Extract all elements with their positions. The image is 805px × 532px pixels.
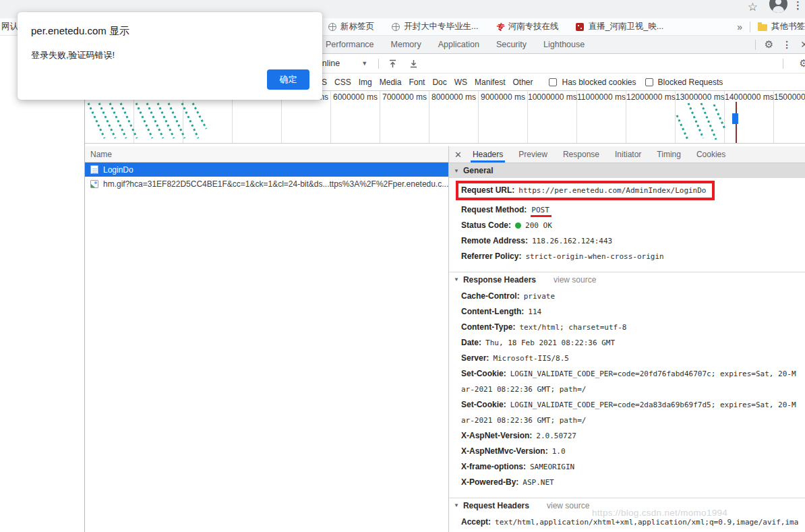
filter-checkbox[interactable]: Blocked Requests bbox=[645, 78, 723, 87]
bookmark-item-partial[interactable]: 网认证 bbox=[1, 21, 20, 32]
header-value: text/html,application/xhtml+xml,applicat… bbox=[461, 518, 798, 532]
details-tab[interactable]: Cookies bbox=[696, 146, 725, 162]
header-key: X-frame-options: bbox=[461, 462, 526, 471]
filter-type[interactable]: Doc bbox=[432, 78, 446, 87]
filter-type[interactable]: Other bbox=[512, 78, 533, 87]
header-key: Content-Type: bbox=[461, 322, 515, 332]
request-table-header[interactable]: Name bbox=[85, 146, 448, 162]
devtools-tab[interactable]: Performance bbox=[326, 40, 374, 49]
header-key: Set-Cookie: bbox=[461, 400, 506, 409]
triangle-down-icon bbox=[454, 168, 459, 174]
triangle-down-icon bbox=[454, 502, 459, 508]
bookmark-favicon bbox=[328, 23, 336, 31]
header-key: Status Code: bbox=[461, 220, 511, 230]
bookmark-item[interactable]: 直播_河南卫视_映... bbox=[576, 21, 663, 32]
header-key: Accept: bbox=[461, 517, 491, 527]
request-row[interactable]: hm.gif?hca=31EF822D5CC4BE1F&cc=1&ck=1&cl… bbox=[85, 177, 448, 191]
settings-gear-icon[interactable] bbox=[765, 38, 773, 51]
timeline-activity-marks bbox=[85, 102, 805, 144]
header-value: Thu, 18 Feb 2021 08:22:36 GMT bbox=[485, 338, 615, 347]
alert-dialog: per.enetedu.com 显示 登录失败,验证码错误! 确定 bbox=[18, 12, 322, 100]
filter-type[interactable]: WS bbox=[454, 78, 467, 87]
view-source-link[interactable]: view source bbox=[554, 275, 596, 285]
details-tab[interactable]: Headers bbox=[473, 146, 503, 162]
bookmark-item[interactable]: 河南专技在线 bbox=[496, 21, 558, 32]
filter-type[interactable]: Media bbox=[380, 78, 402, 87]
export-har-icon[interactable] bbox=[409, 59, 418, 68]
alert-dialog-message: 登录失败,验证码错误! bbox=[31, 49, 309, 61]
filter-checkbox[interactable]: Has blocked cookies bbox=[549, 78, 636, 87]
other-bookmarks-label: 其他书签 bbox=[771, 21, 805, 32]
throttling-dropdown[interactable]: Online bbox=[316, 59, 367, 68]
header-row: Request Method:POST bbox=[461, 202, 800, 218]
header-row: Set-Cookie:LOGIN_VALIDATE_CODE_PER=code=… bbox=[461, 366, 800, 397]
general-section-header[interactable]: General bbox=[449, 163, 805, 178]
header-value: 118.26.162.124:443 bbox=[532, 237, 612, 245]
header-value: ASP.NET bbox=[523, 478, 554, 487]
triangle-down-icon bbox=[454, 276, 459, 283]
header-value: private bbox=[524, 292, 555, 301]
status-dot-icon bbox=[515, 223, 521, 229]
filter-type[interactable]: Font bbox=[409, 78, 425, 87]
response-headers-section-header[interactable]: Response Headers view source bbox=[449, 272, 805, 287]
folder-icon bbox=[758, 24, 767, 31]
network-content: Name LoginDo hm.gif?hca=31EF822D5CC4BE1F… bbox=[85, 146, 805, 532]
response-headers-body: Cache-Control:private Content-Length:114… bbox=[449, 287, 805, 494]
bookmark-star-icon[interactable] bbox=[748, 0, 758, 14]
details-tab[interactable]: Preview bbox=[518, 146, 547, 162]
header-row: Cache-Control:private bbox=[461, 289, 800, 304]
devtools-menu-icon[interactable] bbox=[782, 39, 792, 50]
devtools-tab[interactable]: Security bbox=[496, 40, 527, 49]
header-key: Date: bbox=[461, 338, 481, 347]
close-details-icon[interactable] bbox=[454, 150, 462, 160]
header-key: Request URL: bbox=[461, 185, 514, 195]
timeline-scrubber bbox=[732, 113, 738, 124]
bookmark-favicon bbox=[392, 23, 400, 31]
header-row: X-frame-options:SAMEORIGIN bbox=[461, 459, 800, 475]
bookmark-label: 河南专技在线 bbox=[508, 21, 558, 32]
devtools-tab[interactable]: Lighthouse bbox=[543, 40, 585, 49]
bookmark-favicon bbox=[576, 23, 584, 31]
devtools-tab[interactable]: Memory bbox=[391, 40, 421, 49]
network-settings-gear-icon[interactable] bbox=[800, 57, 805, 69]
details-tab[interactable]: Initiator bbox=[615, 146, 641, 162]
filter-type[interactable]: CSS bbox=[334, 78, 351, 87]
header-key: X-AspNetMvc-Version: bbox=[461, 446, 548, 456]
alert-dialog-title: per.enetedu.com 显示 bbox=[31, 25, 309, 38]
header-row: Referrer Policy:strict-origin-when-cross… bbox=[461, 249, 800, 264]
bookmark-item[interactable]: 开封大中专毕业生... bbox=[392, 21, 478, 32]
divider bbox=[783, 59, 783, 69]
screen: 网认证 新标签页 开封大中专毕业生... 河南专技在线 bbox=[0, 0, 805, 532]
header-value: 114 bbox=[528, 307, 541, 316]
profile-avatar[interactable] bbox=[769, 0, 787, 13]
header-row: Remote Address:118.26.162.124:443 bbox=[461, 233, 800, 249]
checkbox-icon bbox=[645, 78, 653, 86]
bookmark-label: 直播_河南卫视_映... bbox=[588, 21, 663, 32]
devtools-actions bbox=[755, 38, 805, 51]
details-tab[interactable]: Response bbox=[563, 146, 599, 162]
header-key: Content-Length: bbox=[461, 307, 524, 316]
bookmarks-divider bbox=[750, 22, 750, 32]
filter-type[interactable]: Manifest bbox=[475, 78, 505, 87]
bookmark-item[interactable]: 新标签页 bbox=[328, 21, 374, 32]
header-row: X-AspNetMvc-Version:1.0 bbox=[461, 444, 800, 459]
import-har-icon[interactable] bbox=[388, 59, 397, 68]
other-bookmarks-button[interactable]: 其他书签 bbox=[758, 21, 805, 32]
bookmarks-overflow-icon[interactable] bbox=[737, 22, 742, 32]
browser-menu-icon[interactable] bbox=[793, 0, 803, 11]
devtools-close-icon[interactable] bbox=[800, 39, 805, 50]
header-key: Cache-Control: bbox=[461, 291, 520, 301]
details-tab[interactable]: Timing bbox=[657, 146, 681, 162]
view-source-link[interactable]: view source bbox=[547, 501, 589, 510]
request-row[interactable]: LoginDo bbox=[85, 162, 448, 177]
bookmark-label: 新标签页 bbox=[340, 21, 374, 32]
details-tabbar: Headers Preview Response Initiator Timin… bbox=[449, 146, 805, 163]
network-toolbar-right bbox=[772, 57, 805, 69]
header-value: POST bbox=[531, 206, 551, 217]
request-details-panel: Headers Preview Response Initiator Timin… bbox=[449, 146, 805, 532]
confirm-button[interactable]: 确定 bbox=[267, 69, 309, 90]
filter-type[interactable]: Img bbox=[359, 78, 372, 87]
header-value: https://per.enetedu.com/AdminIndex/Login… bbox=[518, 186, 706, 195]
devtools-tab[interactable]: Application bbox=[438, 40, 479, 49]
general-section-body: Request URL:https://per.enetedu.com/Admi… bbox=[449, 178, 805, 268]
